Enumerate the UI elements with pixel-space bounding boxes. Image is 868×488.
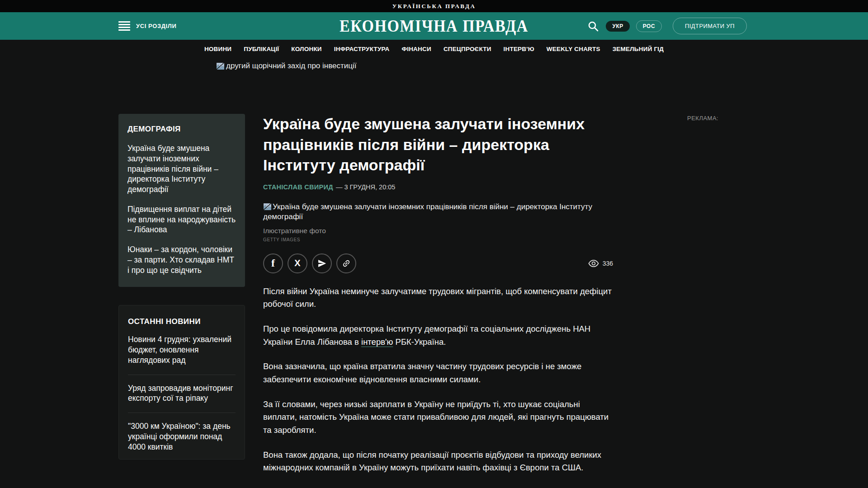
interview-link[interactable]: інтерв'ю (361, 337, 393, 347)
share-row: f X 336 (263, 253, 615, 273)
view-count: 336 (603, 260, 613, 267)
latest-news-item[interactable]: Новини 4 грудня: ухвалений бюджет, оновл… (128, 326, 236, 374)
paragraph: Після війни Україна неминуче залучатиме … (263, 285, 615, 311)
nav-item-interviu[interactable]: ІНТЕРВ'Ю (504, 46, 534, 52)
publish-date: — 3 ГРУДНЯ, 20:05 (336, 183, 396, 191)
article-title: Україна буде змушена залучати іноземних … (263, 114, 585, 176)
search-icon[interactable] (587, 20, 599, 33)
nav-item-infrastruktura[interactable]: ІНФРАСТРУКТУРА (334, 46, 390, 52)
support-up-button[interactable]: ПІДТРИМАТИ УП (673, 18, 747, 34)
article-image-alt-text: Україна буде змушена залучати іноземних … (263, 202, 592, 221)
nav-item-finansy[interactable]: ФІНАНСИ (402, 46, 431, 52)
header-right-controls: УКР РОС ПІДТРИМАТИ УП (587, 12, 747, 40)
article: Україна буде змушена залучати іноземних … (263, 114, 615, 474)
topic-box-demography: ДЕМОГРАФІЯ Україна буде змушена залучати… (118, 114, 245, 287)
image-caption: Ілюстративне фото (263, 227, 615, 235)
nav-item-kolonky[interactable]: КОЛОНКИ (291, 46, 321, 52)
share-copy-link-button[interactable] (336, 253, 356, 273)
topic-box-title: ДЕМОГРАФІЯ (127, 125, 236, 134)
broken-image-icon (216, 62, 225, 70)
main-content: ДЕМОГРАФІЯ Україна буде змушена залучати… (0, 114, 868, 474)
ekonomichna-pravda-logo[interactable]: ЕКОНОМІЧНА ПРАВДА (340, 16, 528, 36)
all-sections-menu[interactable]: УСІ РОЗДІЛИ (118, 12, 176, 40)
latest-news-item[interactable]: "3000 км Україною": за день українці офо… (128, 413, 236, 460)
paragraph: Вона також додала, що після початку реал… (263, 449, 615, 474)
ad-label: РЕКЛАМА: (687, 115, 718, 122)
paragraph-text: РБК-Україна. (393, 337, 446, 347)
broken-image-icon (263, 203, 272, 211)
promo-banner-link[interactable]: другий щорічний захід про інвестиції (216, 61, 357, 70)
hamburger-icon (118, 21, 130, 31)
eye-icon (588, 259, 599, 267)
nav-item-zemelnyi-hid[interactable]: ЗЕМЕЛЬНИЙ ГІД (613, 46, 664, 52)
author-link[interactable]: СТАНІСЛАВ СВИРИД (263, 183, 333, 191)
topic-item[interactable]: Юнаки – за кордон, чоловіки – за парти. … (127, 244, 236, 275)
nav-item-novyny[interactable]: НОВИНИ (204, 46, 231, 52)
left-sidebar: ДЕМОГРАФІЯ Україна буде змушена залучати… (118, 114, 245, 460)
site-header: УСІ РОЗДІЛИ ЕКОНОМІЧНА ПРАВДА УКР РОС ПІ… (0, 12, 868, 40)
paragraph: Вона зазначила, що країна втратила значн… (263, 360, 615, 386)
share-telegram-button[interactable] (312, 253, 332, 273)
share-facebook-button[interactable]: f (263, 253, 283, 273)
article-body: Після війни Україна неминуче залучатиме … (263, 285, 615, 474)
x-twitter-icon: X (294, 258, 300, 268)
share-x-button[interactable]: X (288, 253, 307, 273)
latest-news-title: ОСТАННІ НОВИНИ (128, 317, 236, 326)
latest-news-item[interactable]: Уряд запровадив моніторинг експорту сої … (128, 375, 236, 413)
nav-item-weekly-charts[interactable]: WEEKLY CHARTS (547, 46, 600, 52)
ukrainska-pravda-logo[interactable]: УКРАЇНСЬКА ПРАВДА (392, 3, 476, 10)
article-image-broken: Україна буде змушена залучати іноземних … (263, 202, 598, 222)
menu-label: УСІ РОЗДІЛИ (136, 23, 176, 29)
paragraph: Про це повідомила директорка Інституту д… (263, 323, 615, 348)
link-icon (340, 257, 353, 269)
nav-item-publikatsii[interactable]: ПУБЛІКАЦІЇ (244, 46, 279, 52)
lang-toggle-rus[interactable]: РОС (636, 20, 662, 32)
image-credit: GETTY IMAGES (263, 237, 615, 242)
lang-toggle-ukr[interactable]: УКР (606, 21, 629, 32)
banner-alt-text: другий щорічний захід про інвестиції (226, 61, 357, 70)
nav-item-spetsproekty[interactable]: СПЕЦПРОЄКТИ (443, 46, 491, 52)
facebook-icon: f (271, 257, 275, 269)
top-brand-bar: УКРАЇНСЬКА ПРАВДА (0, 0, 868, 12)
ad-column: РЕКЛАМА: (687, 114, 718, 122)
telegram-icon (317, 259, 326, 268)
main-nav: НОВИНИ ПУБЛІКАЦІЇ КОЛОНКИ ІНФРАСТРУКТУРА… (0, 40, 868, 57)
paragraph: За її словами, через низькі зарплати в У… (263, 398, 615, 437)
view-counter: 336 (588, 259, 613, 267)
topic-item[interactable]: Підвищення виплат на дітей не вплине на … (127, 204, 236, 235)
latest-news-box: ОСТАННІ НОВИНИ Новини 4 грудня: ухвалени… (118, 305, 245, 460)
byline: СТАНІСЛАВ СВИРИД — 3 ГРУДНЯ, 20:05 (263, 183, 615, 191)
topic-item[interactable]: Україна буде змушена залучати іноземних … (127, 143, 236, 195)
